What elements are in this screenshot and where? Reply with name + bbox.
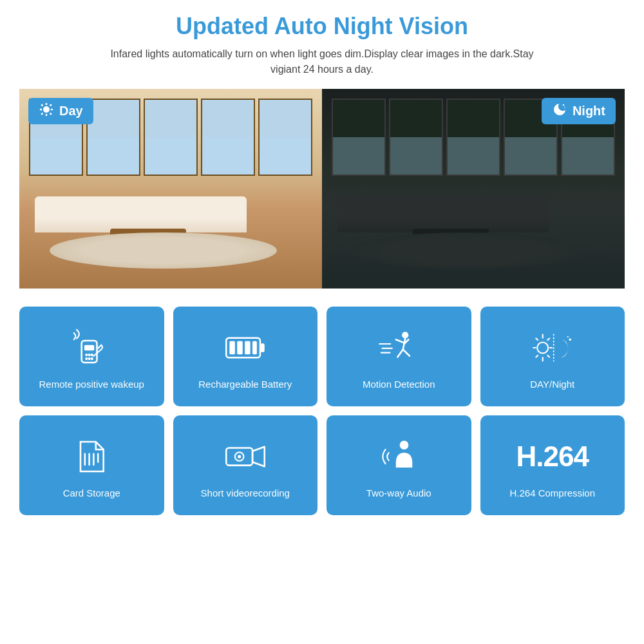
video-label: Short videorecording [201, 487, 290, 500]
remote-wakeup-label: Remote positive wakeup [39, 378, 144, 391]
day-label: Day [59, 104, 83, 118]
feature-card-audio: Two-way Audio [327, 415, 471, 515]
svg-line-7 [50, 104, 52, 106]
svg-point-52 [238, 455, 241, 458]
battery-icon [223, 325, 267, 370]
night-rug [352, 232, 580, 269]
night-badge: Night [542, 98, 616, 124]
feature-card-remote-wakeup: Remote positive wakeup [19, 307, 164, 406]
feature-card-card-storage: Card Storage [19, 415, 164, 515]
svg-point-17 [88, 357, 91, 360]
svg-point-54 [400, 440, 409, 450]
svg-point-16 [85, 357, 88, 360]
svg-line-29 [398, 349, 404, 357]
svg-point-15 [91, 354, 93, 356]
night-label: Night [573, 104, 605, 118]
motion-label: Motion Detection [363, 378, 435, 391]
svg-point-10 [564, 107, 565, 108]
day-sofa [35, 196, 247, 232]
svg-rect-24 [252, 341, 257, 354]
svg-rect-20 [260, 343, 265, 352]
card-storage-icon [70, 434, 113, 479]
day-window-2 [86, 99, 140, 176]
svg-point-45 [567, 336, 568, 337]
svg-line-41 [547, 338, 549, 340]
day-night-comparison: Day [19, 89, 625, 289]
battery-label: Rechargeable Battery [198, 378, 292, 391]
day-window-3 [144, 99, 198, 176]
night-window-1 [332, 99, 386, 176]
h264-label: H.264 Compression [509, 487, 595, 500]
daynight-label: DAY/Night [530, 378, 574, 391]
svg-rect-22 [237, 341, 243, 354]
features-grid: Remote positive wakeup Rechargeable Batt… [19, 307, 625, 515]
day-rug [50, 232, 277, 269]
day-panel: Day [19, 89, 322, 289]
svg-line-42 [536, 355, 538, 357]
svg-rect-23 [245, 341, 251, 354]
svg-line-5 [41, 104, 43, 106]
svg-point-44 [569, 338, 571, 340]
daynight-icon [531, 325, 574, 370]
feature-card-battery: Rechargeable Battery [173, 307, 318, 406]
svg-point-25 [402, 332, 408, 338]
motion-icon [377, 325, 421, 370]
svg-point-18 [91, 357, 93, 360]
night-panel: Night [322, 89, 625, 289]
svg-line-8 [41, 113, 43, 115]
svg-rect-12 [84, 345, 94, 351]
card-storage-label: Card Storage [63, 487, 120, 500]
feature-card-h264: H.264 H.264 Compression [480, 415, 625, 515]
feature-card-motion: Motion Detection [327, 307, 471, 406]
sun-icon [39, 102, 54, 120]
feature-card-video: Short videorecording [173, 415, 318, 515]
svg-line-27 [396, 339, 404, 343]
svg-line-6 [50, 113, 52, 115]
night-window-3 [446, 99, 500, 176]
page-subtitle: Infared lights automatically turn on whe… [97, 46, 547, 77]
night-sofa [337, 196, 549, 232]
page: Updated Auto Night Vision Infared lights… [0, 0, 644, 644]
svg-point-34 [537, 342, 548, 353]
svg-point-14 [88, 354, 91, 356]
night-window-2 [389, 99, 443, 176]
svg-line-30 [403, 349, 410, 355]
video-icon [223, 434, 267, 479]
audio-icon [377, 434, 421, 479]
svg-rect-21 [229, 341, 235, 354]
svg-marker-53 [252, 446, 265, 466]
h264-text: H.264 [516, 442, 589, 471]
day-badge: Day [28, 98, 93, 124]
feature-card-daynight: DAY/Night [480, 307, 625, 406]
h264-icon: H.264 [516, 434, 589, 479]
remote-wakeup-icon [70, 325, 113, 370]
svg-point-0 [43, 106, 50, 113]
day-window-4 [201, 99, 255, 176]
audio-label: Two-way Audio [366, 487, 431, 500]
page-title: Updated Auto Night Vision [176, 13, 468, 40]
day-window-5 [258, 99, 312, 176]
svg-point-13 [85, 354, 88, 356]
svg-line-39 [536, 338, 538, 340]
svg-point-9 [563, 104, 564, 106]
moon-icon [552, 102, 567, 120]
svg-line-40 [547, 355, 549, 357]
